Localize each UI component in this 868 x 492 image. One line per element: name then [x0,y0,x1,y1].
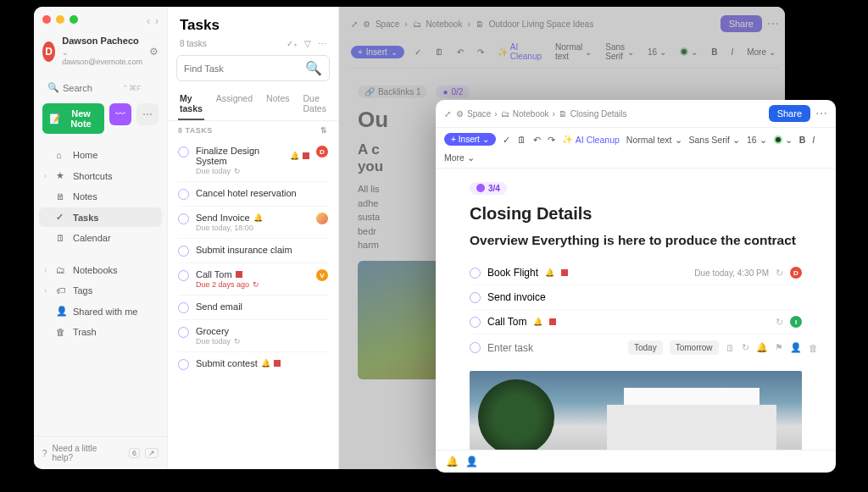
close-window-icon[interactable] [42,15,51,24]
insert-button[interactable]: + Insert ⌄ [444,133,496,146]
sidebar-item-trash[interactable]: 🗑Trash [39,323,162,341]
minimize-window-icon[interactable] [56,15,64,24]
filter-icon[interactable]: ▽ [304,39,311,48]
color-select[interactable]: ⌄ [774,135,793,145]
maximize-window-icon[interactable] [70,15,78,24]
help-text[interactable]: Need a little help? [53,444,119,462]
nav-back-icon[interactable]: ‹ [147,15,150,27]
popup-task-row[interactable]: Call Tom🔔↻I [470,310,802,334]
popup-task-row[interactable]: Send invoice [470,285,802,310]
profile-row[interactable]: D Dawson Pacheco ⌄ dawson@evernote.com ⚙ [34,27,167,75]
sidebar-item-notebooks[interactable]: ›🗂Notebooks [39,261,162,279]
task-row[interactable]: Send Invoice🔔Due today, 18:00 [178,207,328,239]
search-row[interactable]: 🔍 ⌃⌘F [42,79,159,97]
recur-icon: ↻ [253,280,259,289]
font-select[interactable]: Sans Serif ⌄ [689,135,740,145]
flag-icon [236,271,242,278]
nav-icon: ★ [56,170,68,181]
bell-icon: 🔔 [290,152,299,160]
popup-task-row[interactable]: Book Flight🔔Due today, 4:30 PM↻D [470,261,802,285]
sidebar-item-home[interactable]: ⌂Home [39,146,162,164]
bell-icon: 🔔 [261,359,270,368]
style-select[interactable]: Normal text ⌄ [626,135,682,145]
tasks-title: Tasks [180,17,326,34]
task-checkbox[interactable] [470,317,481,328]
check-toolbar-icon[interactable]: ✓ [503,135,510,145]
quick-today-button[interactable]: Today [628,340,663,355]
recur-icon: ↻ [234,167,241,175]
progress-pill: 3/4 [470,182,507,195]
tab-notes[interactable]: Notes [264,88,291,120]
avatar: D [42,41,55,62]
badge-expand[interactable]: ↗ [145,448,159,458]
nav-icon: 🗓 [56,233,68,243]
task-checkbox[interactable] [178,359,189,370]
assign-icon[interactable]: 👤 [790,342,802,353]
task-row[interactable]: Submit insurance claim [178,239,328,263]
reminder-icon[interactable]: 🔔 [756,342,768,353]
more-icon[interactable]: ⋯ [318,39,326,48]
italic-button[interactable]: I [812,135,815,145]
ai-cleanup-button[interactable]: ✨ AI Cleanup [562,134,620,145]
task-row[interactable]: GroceryDue today↻ [178,320,328,352]
task-checkbox[interactable] [470,268,481,279]
nav-forward-icon[interactable]: › [155,15,159,27]
task-row[interactable]: Submit contest🔔 [178,352,328,376]
popup-expand-icon[interactable]: ⤢ [444,109,451,119]
sidebar-item-shared-with-me[interactable]: 👤Shared with me [39,301,162,321]
tab-due-dates[interactable]: Due Dates [301,88,327,120]
new-task-row[interactable]: Today Tomorrow 🗓 ↻ 🔔 ⚑ 👤 🗑 [470,334,802,361]
more-actions-button[interactable]: ⋯ [136,103,159,125]
task-row[interactable]: Send email [178,296,328,320]
sidebar-item-tasks[interactable]: ✓Tasks [39,207,162,227]
popup-user-icon[interactable]: 👤 [465,456,478,467]
task-checkbox[interactable] [178,327,189,338]
find-task-input[interactable] [184,64,305,74]
task-checkbox[interactable] [178,189,189,200]
popup-title[interactable]: Closing Details [470,204,802,224]
popup-subtitle[interactable]: Overview Everything is here to produce t… [470,232,802,249]
flag-icon[interactable]: ⚑ [775,342,783,353]
add-task-icon[interactable]: ✓₊ [287,39,298,48]
task-checkbox[interactable] [178,270,189,281]
undo-icon[interactable]: ↶ [533,135,541,145]
date-icon[interactable]: 🗓 [726,343,735,353]
more-toolbar[interactable]: More ⌄ [444,152,475,163]
sort-icon[interactable]: ⇅ [320,126,328,135]
popup-bell-icon[interactable]: 🔔 [446,456,459,467]
sidebar-item-tags[interactable]: ›🏷Tags [39,281,162,300]
find-search-icon[interactable]: 🔍 [305,60,322,76]
gear-icon[interactable]: ⚙ [149,46,159,58]
bold-button[interactable]: B [799,135,806,145]
task-checkbox[interactable] [178,302,189,313]
sidebar-item-shortcuts[interactable]: ›★Shortcuts [39,166,162,185]
sidebar-item-calendar[interactable]: 🗓Calendar [39,229,162,247]
calendar-toolbar-icon[interactable]: 🗓 [517,135,526,145]
ai-button[interactable]: 〰 [109,103,131,125]
size-select[interactable]: 16 ⌄ [747,135,767,145]
delete-icon[interactable]: 🗑 [809,343,818,353]
redo-icon[interactable]: ↷ [548,135,555,145]
popup-more-icon[interactable]: ⋯ [815,107,827,120]
popup-breadcrumb[interactable]: ⚙Space › 🗂Notebook › 🗎Closing Details [456,109,627,119]
task-row[interactable]: Call TomDue 2 days ago↻V [178,263,328,296]
enter-task-input[interactable] [487,342,615,354]
search-input[interactable] [63,83,122,93]
recur-icon[interactable]: ↻ [742,342,749,353]
task-checkbox[interactable] [178,146,189,158]
task-checkbox[interactable] [470,292,481,303]
task-checkbox[interactable] [178,213,189,224]
share-button[interactable]: Share [769,105,810,122]
tasks-pane: Tasks 8 tasks ✓₊ ▽ ⋯ 🔍 My tasksAssignedN… [168,7,339,469]
new-note-button[interactable]: 📝New Note [42,103,104,134]
quick-tomorrow-button[interactable]: Tomorrow [670,340,719,355]
search-shortcut: ⌃⌘F [122,84,142,92]
tab-my-tasks[interactable]: My tasks [178,88,204,120]
sidebar: ‹ › D Dawson Pacheco ⌄ dawson@evernote.c… [34,7,168,469]
sidebar-item-notes[interactable]: 🗎Notes [39,187,162,206]
task-checkbox-new[interactable] [470,342,481,353]
tab-assigned[interactable]: Assigned [214,88,254,120]
task-checkbox[interactable] [178,246,189,257]
task-row[interactable]: Cancel hotel reservation [178,182,328,207]
task-row[interactable]: Finalize Design System🔔Due today↻D [178,140,328,182]
